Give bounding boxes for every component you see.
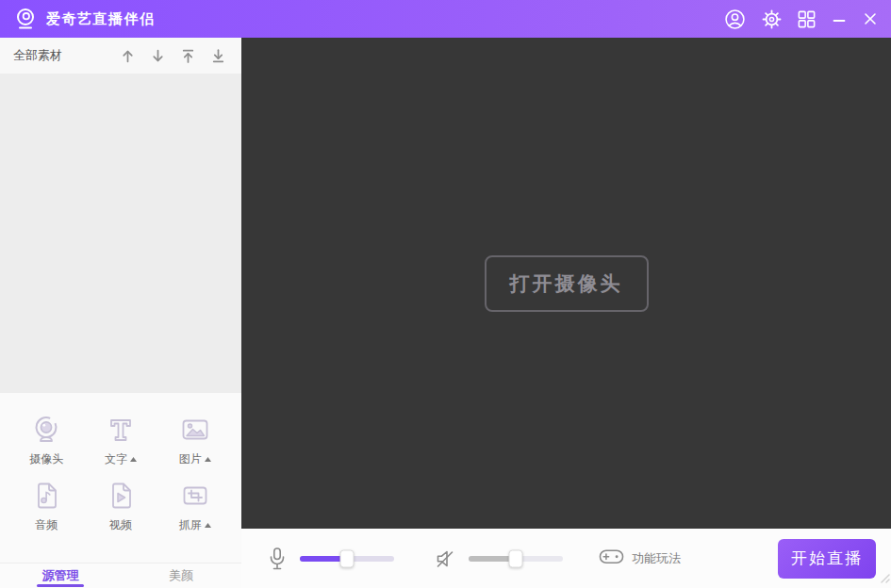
move-to-top-icon[interactable] bbox=[180, 48, 196, 64]
app-window: 爱奇艺直播伴侣 bbox=[0, 0, 891, 588]
source-button-text[interactable]: 文字 bbox=[84, 414, 158, 465]
feature-gameplay-button[interactable]: 功能玩法 bbox=[599, 547, 681, 570]
gamepad-icon bbox=[599, 547, 624, 570]
active-tab-underline bbox=[37, 584, 84, 587]
speaker-muted-icon[interactable] bbox=[434, 548, 455, 569]
materials-title: 全部素材 bbox=[13, 47, 62, 64]
materials-list bbox=[0, 74, 241, 393]
sidebar-tabs: 源管理 美颜 bbox=[0, 563, 241, 588]
webcam-icon bbox=[30, 414, 62, 449]
source-button-audio[interactable]: 音频 bbox=[9, 480, 84, 531]
close-icon[interactable] bbox=[863, 11, 878, 26]
video-stage: 打开摄像头 bbox=[241, 38, 891, 529]
mic-volume-slider[interactable] bbox=[300, 549, 394, 568]
move-to-bottom-icon[interactable] bbox=[210, 48, 226, 64]
image-icon bbox=[179, 414, 211, 449]
materials-header: 全部素材 bbox=[0, 38, 241, 74]
materials-order-actions bbox=[120, 48, 226, 64]
source-button-camera[interactable]: 摄像头 bbox=[9, 414, 84, 465]
open-camera-button[interactable]: 打开摄像头 bbox=[485, 255, 649, 312]
source-button-video[interactable]: 视频 bbox=[84, 480, 158, 531]
move-down-icon[interactable] bbox=[150, 48, 166, 64]
source-grid: 摄像头 文字 bbox=[0, 414, 241, 531]
caret-up-icon bbox=[130, 457, 137, 462]
start-streaming-button[interactable]: 开始直播 bbox=[778, 539, 876, 579]
main-area: 打开摄像头 bbox=[241, 38, 891, 588]
source-label: 音频 bbox=[35, 519, 58, 531]
layout-grid-icon[interactable] bbox=[798, 10, 816, 28]
app-title: 爱奇艺直播伴侣 bbox=[46, 10, 156, 28]
source-label: 文字 bbox=[105, 453, 137, 465]
source-label: 摄像头 bbox=[29, 453, 63, 465]
video-file-icon bbox=[105, 480, 137, 515]
move-up-icon[interactable] bbox=[120, 48, 136, 64]
text-icon bbox=[105, 414, 137, 449]
source-label: 抓屏 bbox=[179, 519, 211, 531]
titlebar: 爱奇艺直播伴侣 bbox=[0, 0, 891, 38]
settings-gear-icon[interactable] bbox=[762, 9, 782, 29]
slider-handle[interactable] bbox=[509, 549, 523, 567]
tab-source-management[interactable]: 源管理 bbox=[0, 564, 121, 588]
user-account-icon[interactable] bbox=[724, 8, 746, 30]
titlebar-controls bbox=[724, 8, 878, 30]
feature-gameplay-label: 功能玩法 bbox=[632, 550, 681, 567]
source-panel: 摄像头 文字 bbox=[0, 393, 241, 588]
minimize-icon[interactable] bbox=[832, 11, 847, 26]
caret-up-icon bbox=[205, 523, 211, 528]
caret-up-icon bbox=[205, 457, 211, 462]
source-label: 图片 bbox=[179, 453, 211, 465]
control-bar: 功能玩法 开始直播 bbox=[241, 529, 891, 588]
source-button-image[interactable]: 图片 bbox=[157, 414, 232, 465]
resize-handle[interactable] bbox=[878, 570, 890, 587]
audio-file-icon bbox=[30, 480, 62, 515]
source-label: 视频 bbox=[109, 519, 132, 531]
source-button-screen-capture[interactable]: 抓屏 bbox=[157, 480, 232, 531]
tab-beauty[interactable]: 美颜 bbox=[121, 564, 241, 588]
microphone-icon[interactable] bbox=[268, 547, 287, 571]
slider-handle[interactable] bbox=[340, 549, 355, 567]
sidebar: 全部素材 bbox=[0, 38, 241, 588]
screen-capture-icon bbox=[179, 480, 211, 515]
output-volume-slider[interactable] bbox=[469, 549, 563, 568]
app-logo-icon bbox=[13, 7, 38, 31]
